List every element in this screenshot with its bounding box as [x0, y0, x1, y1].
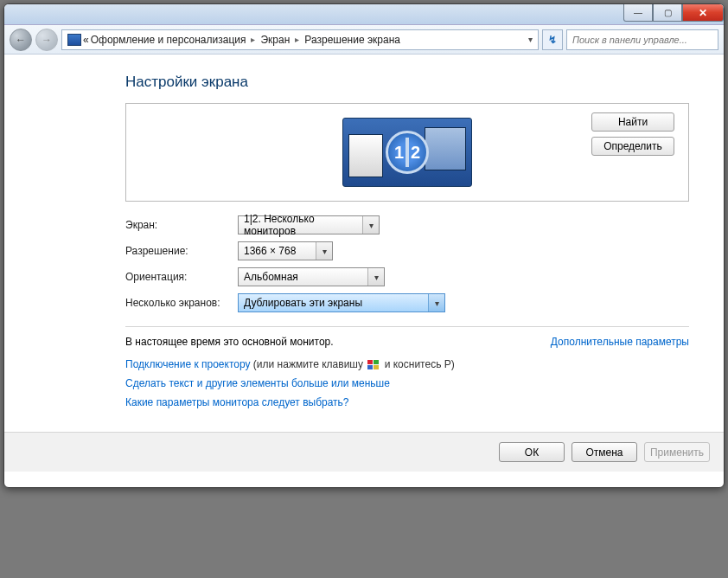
maximize-button[interactable]: ▢	[653, 4, 682, 22]
screen-value: 1|2. Несколько мониторов	[244, 213, 363, 237]
breadcrumb-item[interactable]: Экран	[260, 34, 290, 46]
find-button[interactable]: Найти	[591, 112, 674, 132]
screen-select[interactable]: 1|2. Несколько мониторов	[238, 215, 380, 234]
page-title: Настройки экрана	[125, 74, 689, 91]
multiple-displays-label: Несколько экранов:	[125, 297, 238, 309]
nav-row: ← → « Оформление и персонализация ▸ Экра…	[4, 25, 724, 55]
apply-button: Применить	[644, 442, 710, 462]
orientation-row: Ориентация: Альбомная	[125, 267, 689, 286]
resolution-row: Разрешение: 1366 × 768	[125, 241, 689, 260]
cancel-button[interactable]: Отмена	[572, 442, 637, 462]
text-size-link[interactable]: Сделать текст и другие элементы больше и…	[125, 377, 390, 389]
text-size-row: Сделать текст и другие элементы больше и…	[125, 377, 689, 389]
badge-number-2: 2	[409, 143, 422, 163]
breadcrumb-prefix: «	[83, 34, 89, 46]
breadcrumb[interactable]: « Оформление и персонализация ▸ Экран ▸ …	[61, 29, 539, 50]
orientation-select[interactable]: Альбомная	[238, 267, 385, 286]
primary-monitor-text: В настоящее время это основной монитор.	[125, 336, 334, 348]
statusbar	[4, 472, 724, 487]
close-button[interactable]: ✕	[682, 4, 724, 22]
breadcrumb-item[interactable]: Оформление и персонализация	[91, 34, 246, 46]
which-params-link[interactable]: Какие параметры монитора следует выбрать…	[125, 396, 349, 408]
breadcrumb-item[interactable]: Разрешение экрана	[304, 34, 400, 46]
screen-row: Экран: 1|2. Несколько мониторов	[125, 215, 689, 234]
ok-button[interactable]: ОК	[499, 442, 565, 462]
display-settings-window: — ▢ ✕ ← → « Оформление и персонализация …	[3, 3, 725, 488]
monitor-preview[interactable]: 1 2	[342, 118, 472, 187]
titlebar: — ▢ ✕	[4, 4, 724, 25]
screen-label: Экран:	[125, 219, 238, 231]
projector-row: Подключение к проектору (или нажмите кла…	[125, 358, 689, 370]
breadcrumb-dropdown-icon[interactable]: ▾	[528, 35, 533, 44]
search-input[interactable]	[566, 29, 718, 50]
windows-key-icon	[367, 360, 380, 370]
divider	[125, 326, 689, 327]
projector-hint-post: и коснитесь P)	[385, 358, 455, 370]
orientation-label: Ориентация:	[125, 271, 238, 283]
multiple-displays-select[interactable]: Дублировать эти экраны	[238, 293, 445, 312]
multiple-displays-row: Несколько экранов: Дублировать эти экран…	[125, 293, 689, 312]
chevron-right-icon: ▸	[247, 35, 259, 44]
resolution-value: 1366 × 768	[244, 245, 296, 257]
forward-button[interactable]: →	[35, 29, 58, 51]
preview-buttons: Найти Определить	[591, 112, 674, 156]
back-button[interactable]: ←	[10, 29, 32, 51]
minimize-button[interactable]: —	[623, 4, 653, 22]
projector-link[interactable]: Подключение к проектору	[125, 358, 251, 370]
badge-number-1: 1	[393, 143, 406, 163]
orientation-value: Альбомная	[244, 271, 298, 283]
monitor-1-icon	[348, 134, 383, 177]
status-row: В настоящее время это основной монитор. …	[125, 336, 689, 348]
advanced-settings-link[interactable]: Дополнительные параметры	[551, 336, 689, 348]
chevron-right-icon: ▸	[291, 35, 303, 44]
projector-hint-pre: (или нажмите клавишу	[253, 358, 367, 370]
which-params-row: Какие параметры монитора следует выбрать…	[125, 396, 689, 408]
monitor-2-icon	[425, 127, 466, 170]
multiple-displays-value: Дублировать эти экраны	[244, 297, 362, 309]
identify-button[interactable]: Определить	[591, 137, 674, 156]
content-area: Настройки экрана 1 2 Найти Определить Эк…	[4, 55, 724, 432]
control-panel-icon	[67, 34, 81, 46]
dialog-footer: ОК Отмена Применить	[4, 432, 724, 472]
monitor-badge: 1 2	[386, 131, 429, 174]
resolution-label: Разрешение:	[125, 245, 238, 257]
monitor-preview-box: 1 2 Найти Определить	[125, 103, 689, 202]
refresh-button[interactable]: ↯	[542, 29, 563, 50]
resolution-select[interactable]: 1366 × 768	[238, 241, 333, 260]
